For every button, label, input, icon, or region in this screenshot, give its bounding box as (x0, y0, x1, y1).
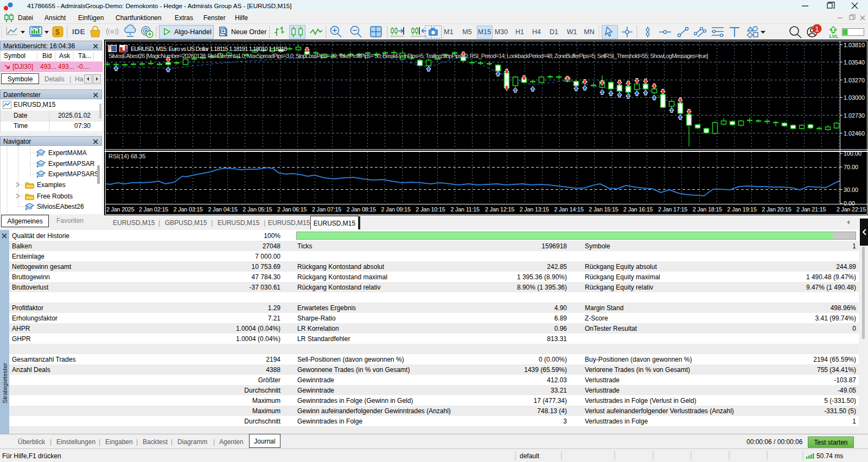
svg-text:D1: D1 (550, 28, 558, 36)
svg-text:Neue Order: Neue Order (231, 28, 266, 36)
svg-text:$: $ (55, 28, 60, 36)
svg-text:M30: M30 (495, 28, 508, 36)
svg-text:2 Jan 17:15: 2 Jan 17:15 (658, 206, 687, 213)
svg-text:H4: H4 (532, 28, 541, 36)
svg-text:2 Jan 11:15: 2 Jan 11:15 (450, 206, 480, 213)
svg-text:2 Jan 09:15: 2 Jan 09:15 (381, 206, 410, 213)
svg-text:1: 1 (815, 25, 819, 33)
svg-text:2 Jan 04:15: 2 Jan 04:15 (208, 206, 237, 213)
svg-text:Algo-Handel: Algo-Handel (174, 28, 212, 36)
svg-text:2 Jan 02:15: 2 Jan 02:15 (139, 206, 168, 213)
svg-text:2 Jan 18:15: 2 Jan 18:15 (693, 206, 722, 213)
svg-text:2 Jan 16:15: 2 Jan 16:15 (623, 206, 653, 213)
svg-text:W1: W1 (567, 28, 577, 36)
svg-text:M1: M1 (444, 28, 453, 36)
svg-text:2 Jan 19:15: 2 Jan 19:15 (727, 206, 756, 213)
svg-text:MN: MN (584, 28, 594, 36)
svg-text:2 Jan 03:15: 2 Jan 03:15 (174, 206, 203, 213)
svg-text:M15: M15 (478, 28, 491, 36)
svg-text:2 Jan 14:15: 2 Jan 14:15 (554, 206, 583, 213)
svg-text:RSI(14) 68.35: RSI(14) 68.35 (108, 153, 145, 159)
svg-text:1.02460: 1.02460 (844, 130, 865, 137)
svg-text:100.00: 100.00 (844, 150, 861, 157)
svg-text:SilviosEAbest26 [MagicNumber=2: SilviosEAbest26 [MagicNumber=20260128; R… (108, 53, 709, 59)
svg-text:1.02730: 1.02730 (844, 112, 865, 119)
svg-text:LVL: LVL (829, 33, 838, 39)
svg-text:2 Jan 08:15: 2 Jan 08:15 (347, 206, 376, 213)
svg-text:1.03270: 1.03270 (844, 77, 865, 84)
svg-text:2 Jan 05:15: 2 Jan 05:15 (242, 206, 272, 213)
svg-text:2 Jan 20:15: 2 Jan 20:15 (762, 206, 791, 213)
svg-text:EURUSD, M15: Euro vs US Dolla: EURUSD, M15: Euro vs US Dollar 1.18115 1… (131, 46, 287, 52)
svg-text:1.03810: 1.03810 (844, 42, 865, 48)
svg-text:M5: M5 (462, 28, 471, 36)
svg-text:2 Jan 2025: 2 Jan 2025 (106, 206, 135, 213)
svg-text:2 Jan 13:15: 2 Jan 13:15 (520, 206, 549, 213)
svg-text:1.03540: 1.03540 (844, 59, 865, 66)
svg-text:2 Jan 21:15: 2 Jan 21:15 (796, 206, 826, 213)
svg-text:2 Jan 12:15: 2 Jan 12:15 (485, 206, 514, 213)
svg-text:2 Jan 10:15: 2 Jan 10:15 (416, 206, 445, 213)
svg-text:H1: H1 (515, 28, 524, 36)
svg-text:2 Jan 06:15: 2 Jan 06:15 (277, 206, 307, 213)
svg-text:70.00: 70.00 (844, 164, 858, 170)
svg-text:2 Jan 22:15: 2 Jan 22:15 (837, 206, 866, 213)
svg-text:IDE: IDE (72, 28, 85, 36)
svg-text:30.00: 30.00 (844, 187, 858, 193)
svg-text:1.03000: 1.03000 (844, 94, 865, 101)
svg-text:2 Jan 07:15: 2 Jan 07:15 (312, 206, 341, 213)
svg-text:2 Jan 15:15: 2 Jan 15:15 (589, 206, 618, 213)
